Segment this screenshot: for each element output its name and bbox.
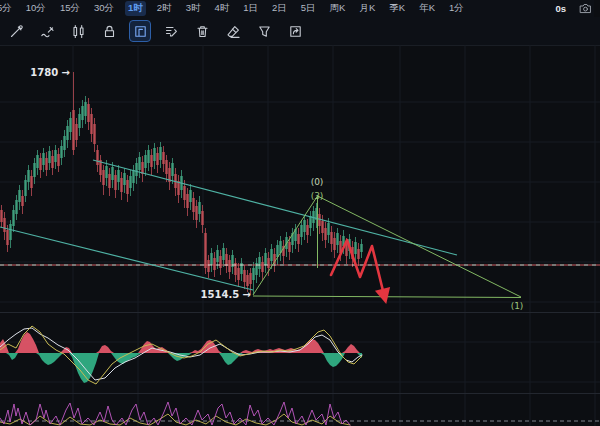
filter-button[interactable] bbox=[253, 20, 275, 42]
timeframe-item[interactable]: 1时 bbox=[125, 1, 146, 16]
marker-icon bbox=[40, 24, 55, 39]
chart-canvas[interactable]: 1780 →1514.5 →(0)(3)(1) bbox=[0, 45, 600, 426]
timeframe-item[interactable]: 1日 bbox=[240, 1, 261, 16]
undo-box-button[interactable] bbox=[284, 20, 306, 42]
lock-drawings-button[interactable] bbox=[98, 20, 120, 42]
drawing-toolbar bbox=[0, 17, 600, 46]
timeframe-item[interactable]: 2日 bbox=[269, 1, 290, 16]
timeframe-item[interactable]: 月K bbox=[356, 1, 378, 16]
timeframe-item[interactable]: 周K bbox=[327, 1, 349, 16]
candle-style-button[interactable] bbox=[67, 20, 89, 42]
timeframe-item[interactable]: 5分 bbox=[0, 1, 15, 16]
timeframe-item[interactable]: 10分 bbox=[23, 1, 49, 16]
trendline-drawings[interactable] bbox=[0, 160, 521, 298]
svg-text:1780 →: 1780 → bbox=[30, 67, 70, 78]
chart-labels: 1780 →1514.5 →(0)(3)(1) bbox=[30, 67, 523, 311]
timeframe-item[interactable]: 5日 bbox=[298, 1, 319, 16]
delete-drawings-button[interactable] bbox=[191, 20, 213, 42]
selection-box-icon bbox=[133, 24, 148, 39]
candles-icon bbox=[71, 24, 86, 39]
box-select-tool-button[interactable] bbox=[129, 20, 151, 42]
forecast-zigzag-arrow[interactable] bbox=[331, 240, 385, 299]
undo-icon bbox=[288, 24, 303, 39]
trading-app-window: 5分10分15分30分1时2时3时4时1日2日5日周K月K季K年K1分 0s 1… bbox=[0, 0, 600, 426]
pen-icon bbox=[9, 24, 24, 39]
edit-note-button[interactable] bbox=[160, 20, 182, 42]
freehand-tool-button[interactable] bbox=[36, 20, 58, 42]
timeframe-item[interactable]: 年K bbox=[416, 1, 438, 16]
timeframe-item[interactable]: 季K bbox=[386, 1, 408, 16]
svg-text:(0): (0) bbox=[311, 177, 324, 187]
note-edit-icon bbox=[164, 24, 179, 39]
trash-icon bbox=[195, 24, 210, 39]
timeframe-bar: 5分10分15分30分1时2时3时4时1日2日5日周K月K季K年K1分 bbox=[0, 0, 594, 17]
timeframe-item[interactable]: 15分 bbox=[57, 1, 83, 16]
lock-icon bbox=[102, 24, 117, 39]
svg-text:(3): (3) bbox=[311, 191, 324, 201]
timeframe-item[interactable]: 3时 bbox=[183, 1, 204, 16]
macd-panel bbox=[0, 326, 362, 384]
timeframe-item[interactable]: 4时 bbox=[211, 1, 232, 16]
volume-spike-panel bbox=[0, 402, 600, 425]
brush-tool-button[interactable] bbox=[5, 20, 27, 42]
camera-icon bbox=[579, 2, 592, 15]
timeframe-item[interactable]: 1分 bbox=[446, 1, 467, 16]
eraser-tool-button[interactable] bbox=[222, 20, 244, 42]
timeframe-item[interactable]: 2时 bbox=[154, 1, 175, 16]
timeframe-bar-right: 0s bbox=[555, 0, 594, 17]
screenshot-button[interactable] bbox=[576, 0, 594, 18]
eraser-icon bbox=[226, 24, 241, 39]
svg-text:(1): (1) bbox=[511, 301, 524, 311]
timeframe-item[interactable]: 30分 bbox=[91, 1, 117, 16]
funnel-icon bbox=[257, 24, 272, 39]
svg-text:1514.5 →: 1514.5 → bbox=[201, 289, 251, 300]
candle-countdown-timer: 0s bbox=[555, 3, 566, 14]
